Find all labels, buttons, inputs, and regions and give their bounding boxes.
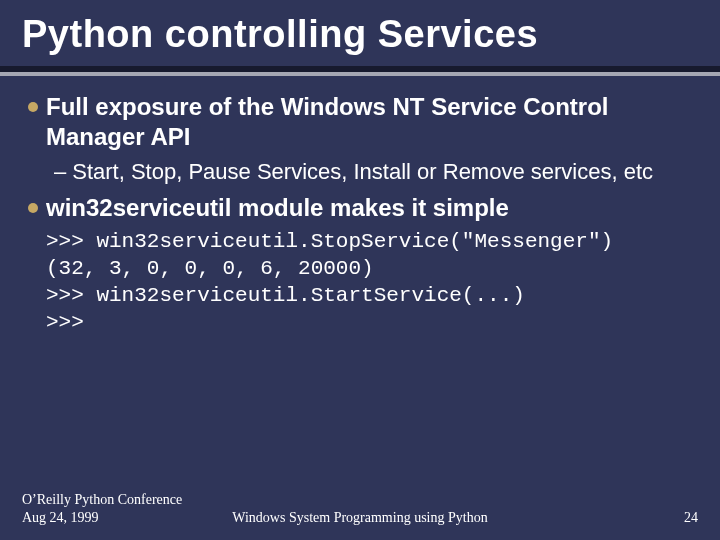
bullet-text: Full exposure of the Windows NT Service … bbox=[46, 92, 692, 152]
bullet-dash-icon: – bbox=[54, 158, 66, 186]
slide-footer: O’Reilly Python Conference Aug 24, 1999 … bbox=[22, 491, 698, 526]
title-divider bbox=[0, 66, 720, 80]
footer-date: Aug 24, 1999 bbox=[22, 509, 182, 527]
footer-conference: O’Reilly Python Conference bbox=[22, 491, 182, 509]
footer-page-number: 24 bbox=[684, 510, 698, 526]
bullet-level1: win32serviceutil module makes it simple bbox=[28, 193, 692, 223]
bullet-text: Start, Stop, Pause Services, Install or … bbox=[72, 158, 653, 186]
slide-title: Python controlling Services bbox=[22, 14, 698, 56]
divider-line bbox=[0, 72, 720, 76]
bullet-text: win32serviceutil module makes it simple bbox=[46, 193, 509, 223]
bullet-dot-icon bbox=[28, 203, 38, 213]
footer-left: O’Reilly Python Conference Aug 24, 1999 bbox=[22, 491, 182, 526]
code-sample: >>> win32serviceutil.StopService("Messen… bbox=[46, 229, 692, 337]
slide: Python controlling Services Full exposur… bbox=[0, 0, 720, 540]
bullet-level2: – Start, Stop, Pause Services, Install o… bbox=[54, 158, 692, 186]
bullet-level1: Full exposure of the Windows NT Service … bbox=[28, 92, 692, 152]
slide-content: Full exposure of the Windows NT Service … bbox=[22, 92, 698, 337]
bullet-dot-icon bbox=[28, 102, 38, 112]
